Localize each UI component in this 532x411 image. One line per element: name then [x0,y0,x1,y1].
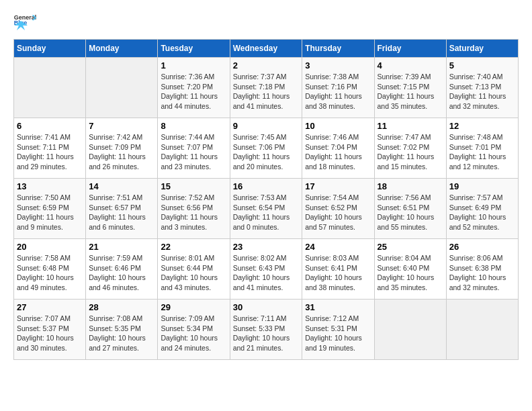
day-cell: 3Sunrise: 7:38 AMSunset: 7:16 PMDaylight… [302,58,374,118]
day-number: 31 [305,302,371,312]
day-cell: 31Sunrise: 7:12 AMSunset: 5:31 PMDayligh… [302,300,374,360]
day-info: Sunrise: 7:58 AMSunset: 6:48 PMDaylight:… [17,253,83,293]
day-number: 23 [233,242,300,252]
day-cell: 6Sunrise: 7:41 AMSunset: 7:11 PMDaylight… [14,118,86,179]
col-header-tuesday: Tuesday [158,40,230,58]
logo: General Blue [13,13,40,32]
day-info: Sunrise: 7:54 AMSunset: 6:52 PMDaylight:… [305,193,371,232]
day-number: 27 [17,302,83,312]
day-info: Sunrise: 7:50 AMSunset: 6:59 PMDaylight:… [17,193,83,232]
day-cell: 20Sunrise: 7:58 AMSunset: 6:48 PMDayligh… [14,239,86,300]
day-info: Sunrise: 7:09 AMSunset: 5:34 PMDaylight:… [161,314,226,353]
day-cell: 16Sunrise: 7:53 AMSunset: 6:54 PMDayligh… [230,179,302,239]
day-info: Sunrise: 8:03 AMSunset: 6:41 PMDaylight:… [305,253,371,293]
day-info: Sunrise: 7:57 AMSunset: 6:49 PMDaylight:… [449,193,515,232]
day-info: Sunrise: 7:59 AMSunset: 6:46 PMDaylight:… [89,253,154,293]
day-cell: 7Sunrise: 7:42 AMSunset: 7:09 PMDaylight… [86,118,158,179]
day-cell: 29Sunrise: 7:09 AMSunset: 5:34 PMDayligh… [158,300,230,360]
day-cell: 11Sunrise: 7:47 AMSunset: 7:02 PMDayligh… [374,118,446,179]
day-cell: 26Sunrise: 8:06 AMSunset: 6:38 PMDayligh… [446,239,518,300]
day-number: 30 [233,302,300,312]
day-number: 8 [161,121,226,131]
day-info: Sunrise: 7:07 AMSunset: 5:37 PMDaylight:… [17,314,83,353]
day-cell: 1Sunrise: 7:36 AMSunset: 7:20 PMDaylight… [158,58,230,118]
day-info: Sunrise: 8:04 AMSunset: 6:40 PMDaylight:… [378,253,443,293]
day-number: 1 [161,60,226,71]
day-cell [86,58,158,118]
day-number: 21 [89,242,154,252]
col-header-monday: Monday [86,40,158,58]
day-number: 29 [161,302,226,312]
day-number: 11 [378,121,443,131]
day-cell: 18Sunrise: 7:56 AMSunset: 6:51 PMDayligh… [374,179,446,239]
day-info: Sunrise: 7:11 AMSunset: 5:33 PMDaylight:… [233,314,300,353]
day-cell: 19Sunrise: 7:57 AMSunset: 6:49 PMDayligh… [446,179,518,239]
day-info: Sunrise: 7:45 AMSunset: 7:06 PMDaylight:… [233,132,300,172]
col-header-friday: Friday [374,40,446,58]
week-row-5: 27Sunrise: 7:07 AMSunset: 5:37 PMDayligh… [14,300,519,360]
day-number: 14 [89,181,154,191]
day-info: Sunrise: 7:46 AMSunset: 7:04 PMDaylight:… [305,132,371,172]
day-info: Sunrise: 7:53 AMSunset: 6:54 PMDaylight:… [233,193,300,232]
day-number: 4 [378,60,443,71]
day-number: 16 [233,181,300,191]
calendar-table: SundayMondayTuesdayWednesdayThursdayFrid… [13,39,519,360]
day-number: 10 [305,121,371,131]
day-info: Sunrise: 7:08 AMSunset: 5:35 PMDaylight:… [89,314,154,353]
day-info: Sunrise: 7:36 AMSunset: 7:20 PMDaylight:… [161,72,226,111]
day-info: Sunrise: 7:51 AMSunset: 6:57 PMDaylight:… [89,193,154,232]
day-number: 5 [449,60,515,71]
col-header-wednesday: Wednesday [230,40,302,58]
logo-bird-icon [14,19,28,32]
day-info: Sunrise: 7:56 AMSunset: 6:51 PMDaylight:… [378,193,443,232]
day-cell: 27Sunrise: 7:07 AMSunset: 5:37 PMDayligh… [14,300,86,360]
day-cell [374,300,446,360]
week-row-3: 13Sunrise: 7:50 AMSunset: 6:59 PMDayligh… [14,179,519,239]
day-number: 2 [233,60,300,71]
day-info: Sunrise: 8:01 AMSunset: 6:44 PMDaylight:… [161,253,226,293]
day-info: Sunrise: 7:48 AMSunset: 7:01 PMDaylight:… [449,132,515,172]
day-cell: 10Sunrise: 7:46 AMSunset: 7:04 PMDayligh… [302,118,374,179]
day-number: 7 [89,121,154,131]
day-cell: 4Sunrise: 7:39 AMSunset: 7:15 PMDaylight… [374,58,446,118]
day-cell: 23Sunrise: 8:02 AMSunset: 6:43 PMDayligh… [230,239,302,300]
day-cell: 8Sunrise: 7:44 AMSunset: 7:07 PMDaylight… [158,118,230,179]
day-cell: 2Sunrise: 7:37 AMSunset: 7:18 PMDaylight… [230,58,302,118]
day-number: 6 [17,121,83,131]
svg-marker-3 [14,21,28,30]
day-cell: 13Sunrise: 7:50 AMSunset: 6:59 PMDayligh… [14,179,86,239]
day-cell: 9Sunrise: 7:45 AMSunset: 7:06 PMDaylight… [230,118,302,179]
col-header-thursday: Thursday [302,40,374,58]
header-row: SundayMondayTuesdayWednesdayThursdayFrid… [14,40,519,58]
day-cell: 21Sunrise: 7:59 AMSunset: 6:46 PMDayligh… [86,239,158,300]
day-number: 28 [89,302,154,312]
day-info: Sunrise: 7:41 AMSunset: 7:11 PMDaylight:… [17,132,83,172]
day-cell [14,58,86,118]
week-row-1: 1Sunrise: 7:36 AMSunset: 7:20 PMDaylight… [14,58,519,118]
day-number: 17 [305,181,371,191]
day-number: 26 [449,242,515,252]
day-cell: 30Sunrise: 7:11 AMSunset: 5:33 PMDayligh… [230,300,302,360]
day-cell: 5Sunrise: 7:40 AMSunset: 7:13 PMDaylight… [446,58,518,118]
day-info: Sunrise: 7:47 AMSunset: 7:02 PMDaylight:… [378,132,443,172]
day-number: 9 [233,121,300,131]
day-cell: 14Sunrise: 7:51 AMSunset: 6:57 PMDayligh… [86,179,158,239]
day-info: Sunrise: 7:37 AMSunset: 7:18 PMDaylight:… [233,72,300,111]
day-cell: 28Sunrise: 7:08 AMSunset: 5:35 PMDayligh… [86,300,158,360]
day-info: Sunrise: 8:02 AMSunset: 6:43 PMDaylight:… [233,253,300,293]
day-number: 13 [17,181,83,191]
day-number: 18 [378,181,443,191]
day-info: Sunrise: 7:40 AMSunset: 7:13 PMDaylight:… [449,72,515,111]
day-cell: 22Sunrise: 8:01 AMSunset: 6:44 PMDayligh… [158,239,230,300]
day-info: Sunrise: 7:44 AMSunset: 7:07 PMDaylight:… [161,132,226,172]
day-number: 12 [449,121,515,131]
day-cell: 25Sunrise: 8:04 AMSunset: 6:40 PMDayligh… [374,239,446,300]
day-number: 3 [305,60,371,71]
day-number: 22 [161,242,226,252]
day-info: Sunrise: 7:39 AMSunset: 7:15 PMDaylight:… [378,72,443,111]
day-info: Sunrise: 7:12 AMSunset: 5:31 PMDaylight:… [305,314,371,353]
day-info: Sunrise: 7:38 AMSunset: 7:16 PMDaylight:… [305,72,371,111]
day-info: Sunrise: 7:52 AMSunset: 6:56 PMDaylight:… [161,193,226,232]
day-cell: 17Sunrise: 7:54 AMSunset: 6:52 PMDayligh… [302,179,374,239]
week-row-2: 6Sunrise: 7:41 AMSunset: 7:11 PMDaylight… [14,118,519,179]
